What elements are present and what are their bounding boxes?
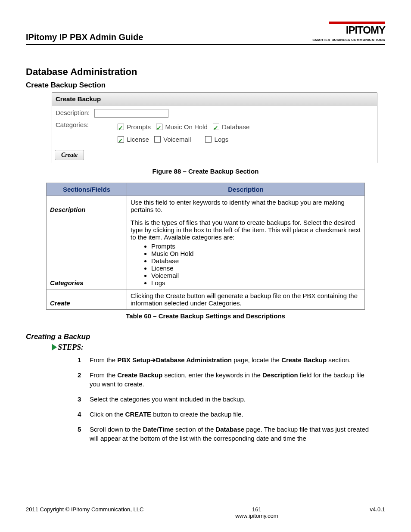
list-item: Logs <box>151 279 361 286</box>
cat-label: Music On Hold <box>165 123 207 131</box>
row-desc: This is the types of files that you want… <box>127 216 365 289</box>
row-field: Categories <box>47 216 127 289</box>
row-desc: Clicking the Create button will generate… <box>127 289 365 310</box>
footer-left: 2011 Copyright © IPitomy Communication, … <box>26 506 143 513</box>
create-backup-panel: Create Backup Description: Categories: P… <box>52 92 377 163</box>
footer-right: v4.0.1 <box>370 506 385 513</box>
step-item: Click on the CREATE button to create the… <box>78 410 377 425</box>
section-title: Database Administration <box>26 66 385 78</box>
checkbox-prompts[interactable] <box>118 124 124 130</box>
list-item: Prompts <box>151 243 361 250</box>
doc-header-title: IPitomy IP PBX Admin Guide <box>26 32 143 42</box>
table-caption: Table 60 – Create Backup Settings and De… <box>26 312 385 320</box>
footer-page-number: 161 <box>143 506 370 513</box>
list-item: Music On Hold <box>151 250 361 257</box>
subsection-title: Create Backup Section <box>26 81 385 90</box>
description-input[interactable] <box>94 109 168 118</box>
step-item: From the PBX Setup➔Database Administrati… <box>78 355 377 370</box>
logo-tagline: SMARTER BUSINESS COMMUNICATIONS <box>312 38 385 42</box>
row-field: Create <box>47 289 127 310</box>
checkbox-database[interactable] <box>213 124 219 130</box>
spec-table: Sections/Fields Description Description … <box>46 183 365 310</box>
step-item: Scroll down to the Date/Time section of … <box>78 425 377 449</box>
checkbox-voicemail[interactable] <box>154 136 161 143</box>
row-desc: Use this field to enter keywords to iden… <box>127 196 365 216</box>
list-item: Database <box>151 257 361 264</box>
footer-url: www.ipitomy.com <box>143 513 370 519</box>
checkbox-logs[interactable] <box>205 136 212 143</box>
logo-text: IPITOMY <box>346 25 385 35</box>
cat-label: Database <box>222 123 249 131</box>
figure-caption: Figure 88 – Create Backup Section <box>26 168 385 175</box>
checkbox-music-on-hold[interactable] <box>156 124 162 130</box>
categories-label: Categories: <box>56 121 94 128</box>
th-sections: Sections/Fields <box>47 183 127 196</box>
cat-label: Logs <box>215 136 229 143</box>
description-label: Description: <box>56 109 94 116</box>
step-item: Select the categories you want included … <box>78 395 377 410</box>
step-item: From the Create Backup section, enter th… <box>78 370 377 395</box>
steps-list: From the PBX Setup➔Database Administrati… <box>26 355 385 449</box>
row-field: Description <box>47 196 127 216</box>
cat-label: Voicemail <box>163 136 191 143</box>
logo: IPITOMY SMARTER BUSINESS COMMUNICATIONS <box>312 22 385 42</box>
cat-label: Prompts <box>127 123 151 131</box>
create-button[interactable]: Create <box>55 150 84 160</box>
cat-label: License <box>127 136 149 143</box>
desc-intro: This is the types of files that you want… <box>131 219 361 241</box>
panel-title: Create Backup <box>52 93 377 106</box>
procedure-title: Creating a Backup <box>26 333 385 341</box>
list-item: Voicemail <box>151 272 361 279</box>
steps-arrow-icon <box>52 344 57 351</box>
checkbox-license[interactable] <box>118 136 124 143</box>
th-description: Description <box>127 183 365 196</box>
steps-label: STEPS: <box>58 343 84 352</box>
list-item: License <box>151 264 361 272</box>
page-footer: 2011 Copyright © IPitomy Communication, … <box>26 506 385 519</box>
